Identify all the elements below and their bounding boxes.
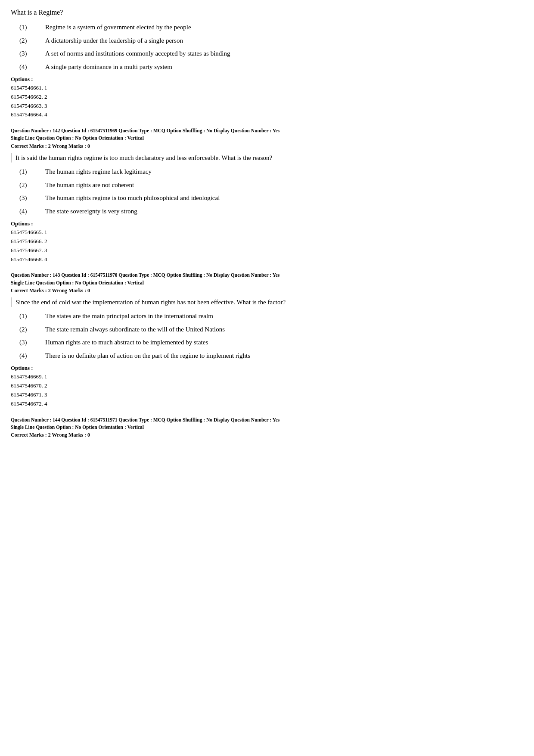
q142-option-3: (3) The human rights regime is too much … [11, 193, 523, 203]
section-title: What is a Regime? [11, 9, 523, 16]
q141-option-4: (4) A single party dominance in a multi … [11, 62, 523, 72]
q142-option-1: (1) The human rights regime lack legitim… [11, 167, 523, 177]
q142-meta: Question Number : 142 Question Id : 6154… [11, 127, 523, 142]
q141-code-3: 61547546663. 3 [11, 102, 523, 111]
q141-option-codes: 61547546661. 1 61547546662. 2 6154754666… [11, 84, 523, 119]
q142-option-2: (2) The human rights are not coherent [11, 180, 523, 190]
q142-options-label: Options : [11, 220, 523, 227]
q142-option-4: (4) The state sovereignty is very strong [11, 206, 523, 216]
q141-option-1: (1) Regime is a system of government ele… [11, 22, 523, 32]
q142-option-codes: 61547546665. 1 61547546666. 2 6154754666… [11, 228, 523, 264]
q143-meta: Question Number : 143 Question Id : 6154… [11, 272, 523, 287]
q143-code-2: 61547546670. 2 [11, 381, 523, 390]
q141-options: (1) Regime is a system of government ele… [11, 22, 523, 72]
q142-code-4: 61547546668. 4 [11, 255, 523, 264]
q142-question-text: It is said the human rights regime is to… [11, 153, 523, 163]
q144-correct-marks: Correct Marks : 2 Wrong Marks : 0 [11, 432, 523, 438]
q141-option-3: (3) A set of norms and institutions comm… [11, 49, 523, 59]
q142-options: (1) The human rights regime lack legitim… [11, 167, 523, 216]
q143-option-1: (1) The states are the main principal ac… [11, 311, 523, 321]
q142-code-3: 61547546667. 3 [11, 246, 523, 255]
q143-option-3: (3) Human rights are to much abstract to… [11, 337, 523, 347]
q143-code-4: 61547546672. 4 [11, 400, 523, 409]
q141-options-label: Options : [11, 76, 523, 83]
q144-meta: Question Number : 144 Question Id : 6154… [11, 416, 523, 431]
q143-option-4: (4) There is no definite plan of action … [11, 351, 523, 361]
q141-option-2: (2) A dictatorship under the leadership … [11, 36, 523, 46]
q143-code-1: 61547546669. 1 [11, 372, 523, 381]
q143-option-2: (2) The state remain always subordinate … [11, 325, 523, 334]
q142-code-1: 61547546665. 1 [11, 228, 523, 237]
q143-code-3: 61547546671. 3 [11, 390, 523, 400]
q141-code-2: 61547546662. 2 [11, 93, 523, 102]
q141-code-1: 61547546661. 1 [11, 84, 523, 93]
q143-correct-marks: Correct Marks : 2 Wrong Marks : 0 [11, 287, 523, 294]
q142-code-2: 61547546666. 2 [11, 237, 523, 246]
q141-code-4: 61547546664. 4 [11, 110, 523, 119]
q143-options: (1) The states are the main principal ac… [11, 311, 523, 360]
q143-options-label: Options : [11, 365, 523, 372]
q143-option-codes: 61547546669. 1 61547546670. 2 6154754667… [11, 372, 523, 408]
q143-question-text: Since the end of cold war the implementa… [11, 297, 523, 307]
q142-correct-marks: Correct Marks : 2 Wrong Marks : 0 [11, 143, 523, 150]
